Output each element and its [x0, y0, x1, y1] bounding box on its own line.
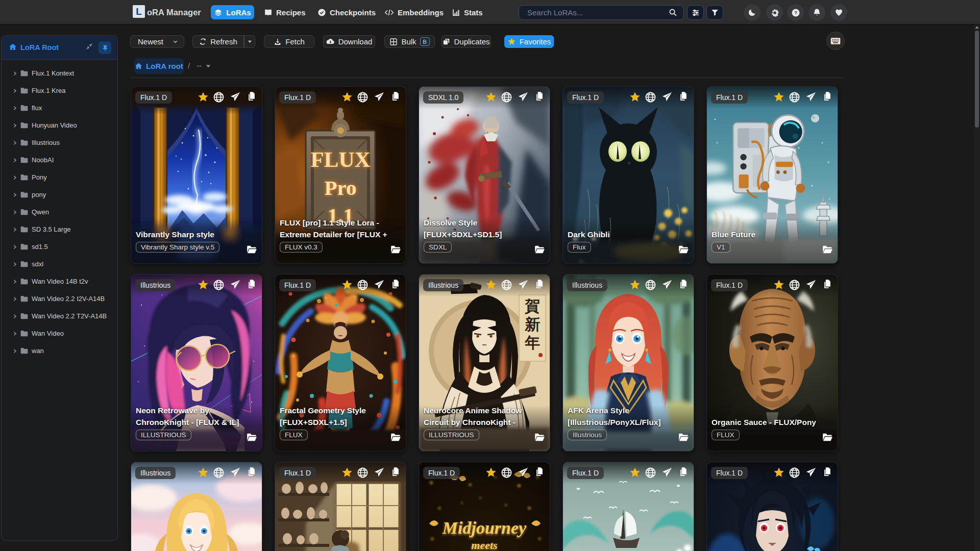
svg-text:?: ?: [794, 10, 797, 15]
svg-text:meets: meets: [471, 539, 497, 551]
svg-text:賀: 賀: [525, 297, 540, 315]
svg-text:年: 年: [524, 334, 540, 351]
svg-text:Midjourney: Midjourney: [442, 518, 527, 537]
svg-text:FLUX: FLUX: [310, 147, 370, 171]
svg-text:新: 新: [524, 316, 540, 333]
svg-text:Pro: Pro: [324, 176, 356, 199]
